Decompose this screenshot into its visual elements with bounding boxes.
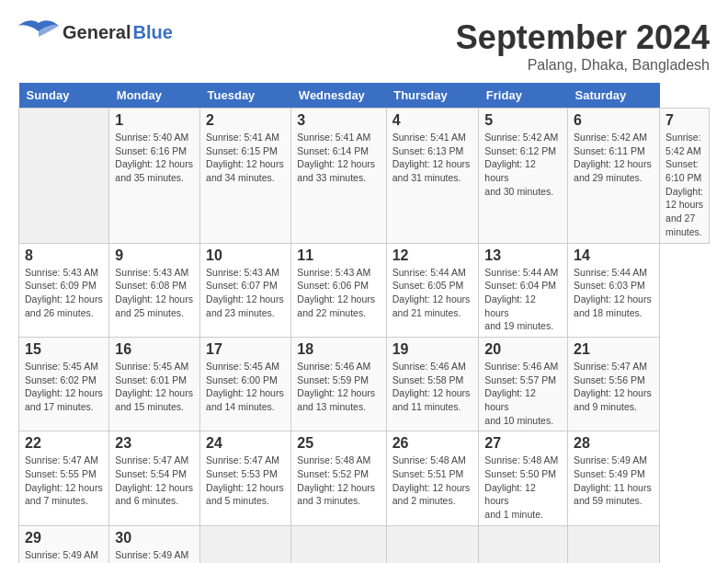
calendar-header-wednesday: Wednesday [291, 83, 386, 109]
day-cell-22: 22Sunrise: 5:47 AM Sunset: 5:55 PM Dayli… [19, 431, 109, 525]
header: General Blue September 2024 Palang, Dhak… [18, 18, 710, 74]
day-cell-7: 7Sunrise: 5:42 AM Sunset: 6:10 PM Daylig… [660, 109, 710, 244]
day-cell-24: 24Sunrise: 5:47 AM Sunset: 5:53 PM Dayli… [200, 431, 291, 525]
title-area: September 2024 Palang, Dhaka, Bangladesh [456, 18, 710, 74]
calendar-header-thursday: Thursday [386, 83, 479, 109]
week-row-3: 15Sunrise: 5:45 AM Sunset: 6:02 PM Dayli… [19, 337, 710, 431]
day-cell-4: 4Sunrise: 5:41 AM Sunset: 6:13 PM Daylig… [386, 109, 479, 244]
day-cell-16: 16Sunrise: 5:45 AM Sunset: 6:01 PM Dayli… [109, 337, 200, 431]
day-cell-26: 26Sunrise: 5:48 AM Sunset: 5:51 PM Dayli… [386, 431, 479, 525]
logo-general: General [63, 22, 131, 43]
day-cell-8: 8Sunrise: 5:43 AM Sunset: 6:09 PM Daylig… [19, 243, 109, 337]
day-cell-20: 20Sunrise: 5:46 AM Sunset: 5:57 PM Dayli… [479, 337, 568, 431]
empty-cell-4-6 [568, 525, 660, 563]
day-cell-23: 23Sunrise: 5:47 AM Sunset: 5:54 PM Dayli… [109, 431, 200, 525]
day-cell-14: 14Sunrise: 5:44 AM Sunset: 6:03 PM Dayli… [568, 243, 660, 337]
day-cell-19: 19Sunrise: 5:46 AM Sunset: 5:58 PM Dayli… [386, 337, 479, 431]
day-cell-6: 6Sunrise: 5:42 AM Sunset: 6:11 PM Daylig… [568, 109, 660, 244]
day-cell-12: 12Sunrise: 5:44 AM Sunset: 6:05 PM Dayli… [386, 243, 479, 337]
week-row-5: 29Sunrise: 5:49 AM Sunset: 5:48 PM Dayli… [19, 525, 710, 563]
day-cell-11: 11Sunrise: 5:43 AM Sunset: 6:06 PM Dayli… [291, 243, 386, 337]
day-cell-29: 29Sunrise: 5:49 AM Sunset: 5:48 PM Dayli… [19, 525, 109, 563]
calendar-header-saturday: Saturday [568, 83, 660, 109]
day-cell-28: 28Sunrise: 5:49 AM Sunset: 5:49 PM Dayli… [568, 431, 660, 525]
week-row-1: 1Sunrise: 5:40 AM Sunset: 6:16 PM Daylig… [19, 109, 710, 244]
calendar-header-sunday: Sunday [19, 83, 109, 109]
day-cell-13: 13Sunrise: 5:44 AM Sunset: 6:04 PM Dayli… [479, 243, 568, 337]
calendar-header-row: SundayMondayTuesdayWednesdayThursdayFrid… [19, 83, 710, 109]
day-cell-25: 25Sunrise: 5:48 AM Sunset: 5:52 PM Dayli… [291, 431, 386, 525]
day-cell-1: 1Sunrise: 5:40 AM Sunset: 6:16 PM Daylig… [109, 109, 200, 244]
day-cell-2: 2Sunrise: 5:41 AM Sunset: 6:15 PM Daylig… [200, 109, 291, 244]
day-cell-10: 10Sunrise: 5:43 AM Sunset: 6:07 PM Dayli… [200, 243, 291, 337]
calendar-header-tuesday: Tuesday [200, 83, 291, 109]
day-cell-30: 30Sunrise: 5:49 AM Sunset: 5:47 PM Dayli… [109, 525, 200, 563]
day-cell-3: 3Sunrise: 5:41 AM Sunset: 6:14 PM Daylig… [291, 109, 386, 244]
empty-cell-4-3 [291, 525, 386, 563]
week-row-4: 22Sunrise: 5:47 AM Sunset: 5:55 PM Dayli… [19, 431, 710, 525]
month-title: September 2024 [456, 18, 710, 57]
logo: General Blue [18, 18, 173, 46]
logo-bird-icon [18, 18, 59, 46]
empty-cell-4-2 [200, 525, 291, 563]
calendar-header-monday: Monday [109, 83, 200, 109]
day-cell-27: 27Sunrise: 5:48 AM Sunset: 5:50 PM Dayli… [479, 431, 568, 525]
empty-cell-4-4 [386, 525, 479, 563]
calendar-table: SundayMondayTuesdayWednesdayThursdayFrid… [18, 83, 710, 563]
day-cell-18: 18Sunrise: 5:46 AM Sunset: 5:59 PM Dayli… [291, 337, 386, 431]
week-row-2: 8Sunrise: 5:43 AM Sunset: 6:09 PM Daylig… [19, 243, 710, 337]
calendar-header-friday: Friday [479, 83, 568, 109]
day-cell-17: 17Sunrise: 5:45 AM Sunset: 6:00 PM Dayli… [200, 337, 291, 431]
day-cell-9: 9Sunrise: 5:43 AM Sunset: 6:08 PM Daylig… [109, 243, 200, 337]
day-cell-15: 15Sunrise: 5:45 AM Sunset: 6:02 PM Dayli… [19, 337, 109, 431]
logo-blue: Blue [132, 22, 172, 43]
day-cell-21: 21Sunrise: 5:47 AM Sunset: 5:56 PM Dayli… [568, 337, 660, 431]
location-title: Palang, Dhaka, Bangladesh [456, 57, 710, 74]
empty-cell [19, 109, 109, 244]
empty-cell-4-5 [479, 525, 568, 563]
day-cell-5: 5Sunrise: 5:42 AM Sunset: 6:12 PM Daylig… [479, 109, 568, 244]
